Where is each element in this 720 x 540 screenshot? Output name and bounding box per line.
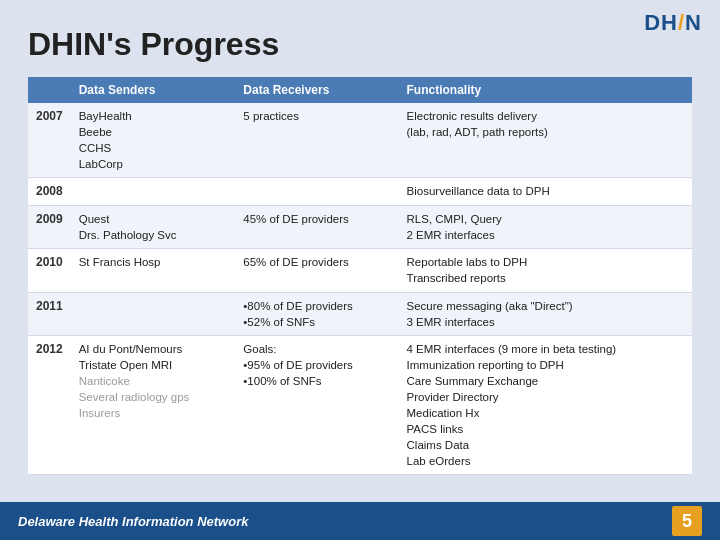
sender-entry: AI du Pont/Nemours xyxy=(79,343,183,355)
sender-entry: Several radiology gps xyxy=(79,391,190,403)
cell-receivers: 5 practices xyxy=(235,103,398,178)
table-row: 2012AI du Pont/NemoursTristate Open MRIN… xyxy=(28,335,692,475)
cell-senders xyxy=(71,292,236,335)
table-row: 2011•80% of DE providers •52% of SNFsSec… xyxy=(28,292,692,335)
table-row: 2008Biosurveillance data to DPH xyxy=(28,178,692,206)
org-name: Delaware Health Information Network xyxy=(18,514,248,529)
cell-year: 2011 xyxy=(28,292,71,335)
cell-functionality: Secure messaging (aka "Direct") 3 EMR in… xyxy=(399,292,692,335)
table-header-row: Data Senders Data Receivers Functionalit… xyxy=(28,77,692,103)
col-functionality: Functionality xyxy=(399,77,692,103)
cell-year: 2010 xyxy=(28,249,71,292)
cell-receivers: 45% of DE providers xyxy=(235,206,398,249)
footer: Delaware Health Information Network 5 xyxy=(0,502,720,540)
cell-receivers: 65% of DE providers xyxy=(235,249,398,292)
progress-table: Data Senders Data Receivers Functionalit… xyxy=(28,77,692,475)
cell-functionality: Biosurveillance data to DPH xyxy=(399,178,692,206)
cell-senders: AI du Pont/NemoursTristate Open MRINanti… xyxy=(71,335,236,475)
page-number: 5 xyxy=(672,506,702,536)
cell-senders: BayHealth Beebe CCHS LabCorp xyxy=(71,103,236,178)
table-row: 2010St Francis Hosp65% of DE providersRe… xyxy=(28,249,692,292)
table-row: 2007BayHealth Beebe CCHS LabCorp5 practi… xyxy=(28,103,692,178)
cell-functionality: RLS, CMPI, Query 2 EMR interfaces xyxy=(399,206,692,249)
cell-functionality: Electronic results delivery (lab, rad, A… xyxy=(399,103,692,178)
cell-receivers: •80% of DE providers •52% of SNFs xyxy=(235,292,398,335)
sender-entry: Nanticoke xyxy=(79,375,130,387)
dhin-logo: DH/N xyxy=(644,10,702,36)
slide: DH/N DHIN's Progress Data Senders Data R… xyxy=(0,0,720,540)
cell-receivers: Goals: •95% of DE providers •100% of SNF… xyxy=(235,335,398,475)
cell-year: 2012 xyxy=(28,335,71,475)
cell-senders: St Francis Hosp xyxy=(71,249,236,292)
cell-year: 2008 xyxy=(28,178,71,206)
cell-functionality: Reportable labs to DPH Transcribed repor… xyxy=(399,249,692,292)
cell-senders: Quest Drs. Pathology Svc xyxy=(71,206,236,249)
sender-entry: Tristate Open MRI xyxy=(79,359,173,371)
sender-entry: Insurers xyxy=(79,407,121,419)
cell-year: 2007 xyxy=(28,103,71,178)
col-year xyxy=(28,77,71,103)
cell-senders xyxy=(71,178,236,206)
col-data-receivers: Data Receivers xyxy=(235,77,398,103)
page-title: DHIN's Progress xyxy=(28,26,692,63)
col-data-senders: Data Senders xyxy=(71,77,236,103)
cell-functionality: 4 EMR interfaces (9 more in beta testing… xyxy=(399,335,692,475)
logo-dh: DH xyxy=(644,10,678,35)
cell-year: 2009 xyxy=(28,206,71,249)
table-row: 2009Quest Drs. Pathology Svc45% of DE pr… xyxy=(28,206,692,249)
logo-n: N xyxy=(685,10,702,35)
cell-receivers xyxy=(235,178,398,206)
